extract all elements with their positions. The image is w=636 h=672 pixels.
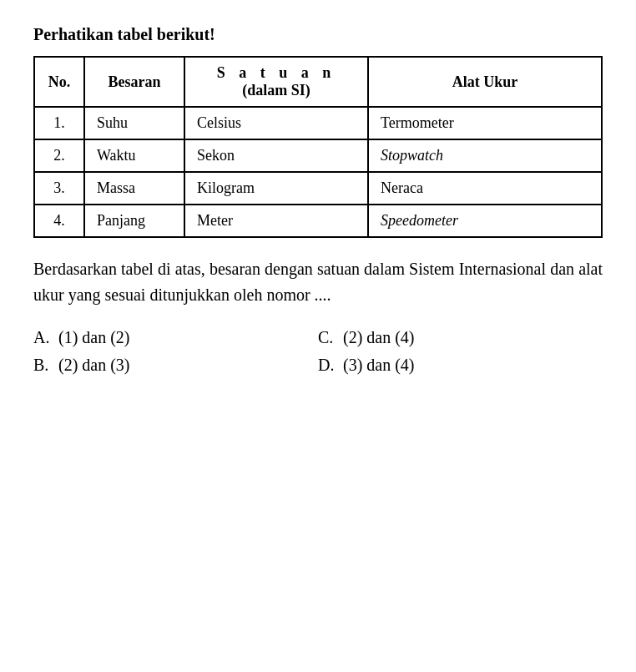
header-satuan: S a t u a n(dalam SI) [184,57,368,107]
table-row: 1.SuhuCelsiusTermometer [34,107,602,139]
option-item: A.(1) dan (2) [33,328,318,347]
option-label: D. [318,356,336,375]
table-row: 3.MassaKilogramNeraca [34,172,602,205]
data-table: No. Besaran S a t u a n(dalam SI) Alat U… [33,56,603,238]
option-label: B. [33,356,52,375]
cell-no: 1. [34,107,84,139]
cell-besaran: Waktu [84,139,184,172]
cell-besaran: Massa [84,172,184,205]
cell-alat: Speedometer [368,205,602,237]
question-text: Berdasarkan tabel di atas, besaran denga… [33,256,603,308]
intro-text: Perhatikan tabel berikut! [33,25,603,44]
option-item: B.(2) dan (3) [33,356,318,375]
option-item: D.(3) dan (4) [318,356,603,375]
cell-alat: Termometer [368,107,602,139]
option-value: (1) dan (2) [58,328,130,347]
option-value: (2) dan (4) [343,328,415,347]
cell-no: 4. [34,205,84,237]
option-item: C.(2) dan (4) [318,328,603,347]
cell-alat: Neraca [368,172,602,205]
option-value: (2) dan (3) [58,356,130,375]
option-label: C. [318,328,336,347]
options-container: A.(1) dan (2)C.(2) dan (4)B.(2) dan (3)D… [33,328,603,375]
cell-no: 2. [34,139,84,172]
cell-satuan: Celsius [184,107,368,139]
cell-satuan: Sekon [184,139,368,172]
option-value: (3) dan (4) [343,356,415,375]
cell-besaran: Panjang [84,205,184,237]
header-alat: Alat Ukur [368,57,602,107]
cell-alat: Stopwatch [368,139,602,172]
cell-besaran: Suhu [84,107,184,139]
table-row: 4.PanjangMeterSpeedometer [34,205,602,237]
cell-satuan: Kilogram [184,172,368,205]
header-besaran: Besaran [84,57,184,107]
option-label: A. [33,328,52,347]
table-row: 2.WaktuSekonStopwatch [34,139,602,172]
cell-no: 3. [34,172,84,205]
header-no: No. [34,57,84,107]
cell-satuan: Meter [184,205,368,237]
